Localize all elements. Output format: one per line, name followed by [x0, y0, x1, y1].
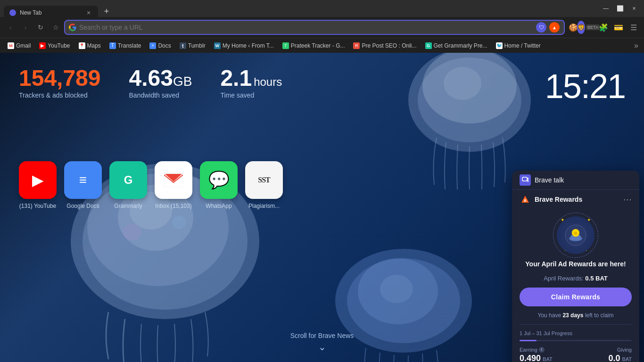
brave-talk-row[interactable]: Brave talk	[512, 171, 639, 189]
youtube-shortcut-icon: ▶	[19, 161, 57, 199]
sparkle-icon-1: ✦	[561, 217, 564, 222]
scroll-news-indicator[interactable]: Scroll for Brave News ⌄	[290, 332, 354, 353]
rewards-panel: Brave talk B Brave Rewards ⋯ ✦ ✦ · ·	[512, 171, 639, 362]
stat-trackers: 154,789 Trackers & ads blocked	[19, 67, 101, 99]
close-button[interactable]: ×	[628, 2, 640, 15]
brave-shield-icon[interactable]: 🛡	[536, 22, 547, 33]
docs-icon: ≡	[149, 42, 156, 49]
bookmarks-more-button[interactable]: »	[632, 41, 640, 50]
earning-value-row: 0.490 BAT	[520, 354, 553, 362]
rewards-header-row: B Brave Rewards ⋯	[512, 189, 639, 209]
shortcut-docs[interactable]: ≡ Google Docs	[64, 161, 102, 209]
address-bar-container: 🛡 ▲	[64, 20, 565, 35]
time-unit: hours	[254, 75, 282, 88]
svg-point-9	[123, 223, 141, 240]
docs-shortcut-label: Google Docs	[66, 203, 99, 209]
bookmark-button[interactable]: ☆	[49, 21, 62, 34]
sparkle-icon-2: ✦	[587, 217, 591, 222]
giving-label: Giving	[608, 347, 632, 353]
brave-rewards-icon: B	[520, 194, 531, 205]
svg-point-21	[569, 236, 582, 241]
svg-text:B: B	[574, 231, 578, 236]
progress-section: 1 Jul – 31 Jul Progress Earning ℹ 0.490 …	[520, 324, 632, 362]
grammarly-icon: G	[425, 42, 432, 49]
shortcut-inbox[interactable]: Inbox (15,103)	[155, 161, 192, 209]
youtube-icon: ▶	[39, 42, 46, 49]
address-input[interactable]	[79, 24, 533, 31]
tumblr-icon: t	[180, 42, 186, 49]
progress-label: 1 Jul – 31 Jul Progress	[520, 330, 632, 336]
brave-rewards-nav-icon[interactable]: ▲	[549, 22, 560, 33]
new-tab-content: 154,789 Trackers & ads blocked 4.63GB Ba…	[0, 53, 644, 362]
window-controls: — ⬜ ×	[596, 2, 640, 15]
bookmark-prateek[interactable]: T Prateek Tracker - G...	[279, 41, 349, 50]
gmail-icon: M	[8, 42, 14, 49]
google-icon	[69, 24, 76, 31]
trackers-number: 154,789	[19, 67, 101, 90]
progress-bar	[520, 340, 632, 341]
rewards-body: ✦ ✦ · · B Your April Ad Rewards are here…	[512, 209, 639, 362]
inbox-shortcut-label: Inbox (15,103)	[155, 203, 191, 209]
maximize-button[interactable]: ⬜	[614, 2, 626, 15]
svg-point-14	[380, 275, 413, 303]
brave-beta-icon[interactable]: 🦁 BETA	[582, 21, 595, 34]
bookmark-wordpress[interactable]: W My Home ‹ From T...	[210, 41, 278, 50]
rewards-amount: April Rewards: 0.5 BAT	[544, 275, 608, 282]
nav-bar: ‹ › ↻ ☆ 🛡 ▲	[0, 17, 644, 38]
back-button[interactable]: ‹	[4, 21, 17, 34]
bookmark-translate[interactable]: T Translate	[106, 41, 145, 50]
bookmarks-bar: M Gmail ▶ YouTube 📍 Maps T Translate ≡ D…	[0, 38, 644, 53]
time-number: 2.1hours	[220, 67, 282, 90]
bookmark-prepost[interactable]: R Pre Post SEO : Onli...	[349, 41, 420, 50]
claim-rewards-button[interactable]: Claim Rewards	[520, 288, 632, 306]
tab-strip: New Tab × +	[4, 0, 596, 17]
brave-rewards-label: Brave Rewards	[535, 196, 619, 203]
new-tab-button[interactable]: +	[100, 5, 113, 18]
earning-info-icon[interactable]: ℹ	[539, 347, 545, 353]
menu-icon[interactable]: ☰	[627, 21, 640, 34]
address-icons: 🛡 ▲	[536, 22, 560, 33]
minimize-button[interactable]: —	[600, 2, 612, 15]
bookmark-twitter[interactable]: 🐦 Home / Twitter	[492, 41, 545, 50]
stat-time: 2.1hours Time saved	[220, 67, 282, 99]
tab-favicon	[9, 9, 16, 16]
shortcuts-container: ▶ (131) YouTube ≡ Google Docs G Grammarl…	[19, 161, 283, 209]
wordpress-icon: W	[214, 42, 221, 49]
giving-metric: Giving 0.0 BAT	[608, 347, 632, 362]
wallet-icon[interactable]: 💳	[612, 21, 625, 34]
extensions-icon[interactable]: 🧩	[597, 21, 610, 34]
giving-value: 0.0	[608, 354, 620, 362]
bookmark-gmail[interactable]: M Gmail	[4, 41, 34, 50]
reload-button[interactable]: ↻	[34, 21, 47, 34]
progress-bar-fill	[520, 340, 537, 341]
shortcut-plagiarism[interactable]: SST Plagiarism...	[245, 161, 283, 209]
bookmark-docs[interactable]: ≡ Docs	[146, 41, 174, 50]
inbox-shortcut-icon	[155, 161, 192, 199]
bookmark-maps[interactable]: 📍 Maps	[75, 41, 105, 50]
grammarly-shortcut-label: Grammarly	[114, 203, 142, 209]
shortcut-whatsapp[interactable]: 💬 WhatsApp	[200, 161, 238, 209]
svg-rect-16	[522, 177, 527, 181]
shortcut-grammarly[interactable]: G Grammarly	[109, 161, 147, 209]
active-tab[interactable]: New Tab ×	[4, 6, 98, 20]
earning-unit: BAT	[543, 356, 553, 362]
grammarly-shortcut-icon: G	[109, 161, 147, 199]
time-label: Time saved	[220, 91, 282, 99]
toolbar-right: 🍪 🦁 BETA 🧩 💳 ☰	[567, 21, 640, 34]
whatsapp-shortcut-icon: 💬	[200, 161, 238, 199]
stat-bandwidth: 4.63GB Bandwidth saved	[129, 67, 192, 99]
tab-close-icon[interactable]: ×	[85, 9, 92, 16]
rewards-more-icon[interactable]: ⋯	[623, 194, 632, 205]
bandwidth-label: Bandwidth saved	[129, 91, 192, 99]
bookmark-grammarly[interactable]: G Get Grammarly Pre...	[421, 41, 491, 50]
svg-point-3	[444, 67, 481, 100]
prepost-icon: R	[353, 42, 360, 49]
bookmark-tumblr[interactable]: t Tumblr	[176, 41, 209, 50]
bookmark-youtube[interactable]: ▶ YouTube	[35, 41, 74, 50]
prateek-icon: T	[282, 42, 289, 49]
scroll-news-label: Scroll for Brave News	[290, 332, 354, 339]
progress-metrics: Earning ℹ 0.490 BAT Giving 0.0 BAT	[520, 347, 632, 362]
earning-metric: Earning ℹ 0.490 BAT	[520, 347, 553, 362]
forward-button[interactable]: ›	[19, 21, 32, 34]
shortcut-youtube[interactable]: ▶ (131) YouTube	[19, 161, 57, 209]
